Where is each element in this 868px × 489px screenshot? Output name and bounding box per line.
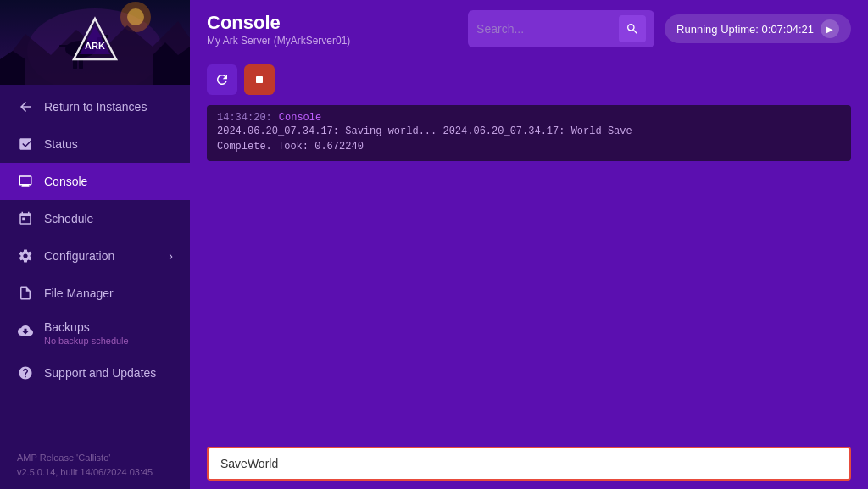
sidebar-label-status: Status xyxy=(44,137,78,151)
sidebar-label-schedule: Schedule xyxy=(44,212,93,225)
console-label: Console xyxy=(279,112,321,124)
page-title: Console xyxy=(207,12,350,34)
main-toolbar xyxy=(190,58,868,102)
svg-point-3 xyxy=(127,8,144,25)
backups-text-group: Backups No backup schedule xyxy=(44,320,129,346)
sidebar-item-schedule[interactable]: Schedule xyxy=(0,200,190,237)
backups-icon xyxy=(17,322,34,339)
sidebar-navigation: Return to Instances Status Console Sched… xyxy=(0,85,190,442)
sidebar-item-console[interactable]: Console xyxy=(0,163,190,200)
sidebar-footer: AMP Release 'Callisto' v2.5.0.14, built … xyxy=(0,442,190,489)
file-manager-icon xyxy=(17,285,34,302)
uptime-text: Running Uptime: 0:07:04:21 xyxy=(676,23,814,36)
backups-subtitle: No backup schedule xyxy=(44,336,129,346)
svg-rect-15 xyxy=(59,45,68,47)
console-log-text1: 2024.06.20_07.34.17: Saving world... 202… xyxy=(217,124,841,139)
console-log-line: 14:34:20: Console xyxy=(217,112,841,124)
console-log-text2: Complete. Took: 0.672240 xyxy=(217,139,841,154)
restart-button[interactable] xyxy=(207,64,237,95)
support-icon xyxy=(17,364,34,381)
sidebar-label-console: Console xyxy=(44,175,87,188)
uptime-badge: Running Uptime: 0:07:04:21 ▶ xyxy=(665,14,851,43)
sidebar: ARK Return to Instances Status xyxy=(0,0,190,489)
search-bar xyxy=(468,10,654,47)
restart-icon xyxy=(214,72,230,87)
sidebar-label-configuration: Configuration xyxy=(44,249,114,263)
schedule-icon xyxy=(17,210,34,227)
header-title-group: Console My Ark Server (MyArkServer01) xyxy=(207,12,350,47)
page-subtitle: My Ark Server (MyArkServer01) xyxy=(207,35,350,47)
command-input-wrapper xyxy=(190,440,868,489)
stop-icon xyxy=(253,73,266,86)
search-input[interactable] xyxy=(476,22,612,36)
console-icon xyxy=(17,173,34,190)
svg-rect-19 xyxy=(256,76,263,83)
header-actions: Running Uptime: 0:07:04:21 ▶ xyxy=(468,10,851,47)
stop-button[interactable] xyxy=(244,64,275,95)
command-input[interactable] xyxy=(207,447,851,481)
sidebar-hero: ARK xyxy=(0,0,190,85)
sidebar-item-return-to-instances[interactable]: Return to Instances xyxy=(0,88,190,125)
search-icon xyxy=(626,22,639,36)
return-icon xyxy=(17,98,34,115)
search-button[interactable] xyxy=(619,15,646,42)
configuration-icon xyxy=(17,247,34,264)
main-content: Console My Ark Server (MyArkServer01) Ru… xyxy=(190,0,868,489)
chevron-right-icon: › xyxy=(169,249,173,263)
sidebar-label-return: Return to Instances xyxy=(44,100,147,114)
sidebar-label-support: Support and Updates xyxy=(44,366,156,380)
status-icon xyxy=(17,136,34,153)
sidebar-item-file-manager[interactable]: File Manager xyxy=(0,275,190,312)
uptime-play-icon: ▶ xyxy=(821,19,839,38)
sidebar-item-configuration[interactable]: Configuration › xyxy=(0,237,190,275)
console-timestamp: 14:34:20: xyxy=(217,112,272,124)
backups-label: Backups xyxy=(44,320,129,334)
svg-text:ARK: ARK xyxy=(85,41,105,51)
console-output: 14:34:20: Console 2024.06.20_07.34.17: S… xyxy=(207,105,851,161)
footer-release-line1: AMP Release 'Callisto' xyxy=(17,451,173,466)
footer-release-line2: v2.5.0.14, built 14/06/2024 03:45 xyxy=(17,465,173,481)
sidebar-item-backups[interactable]: Backups No backup schedule xyxy=(0,312,190,354)
sidebar-item-status[interactable]: Status xyxy=(0,125,190,163)
sidebar-label-file-manager: File Manager xyxy=(44,286,114,300)
sidebar-item-support[interactable]: Support and Updates xyxy=(0,354,190,392)
main-header: Console My Ark Server (MyArkServer01) Ru… xyxy=(190,0,868,58)
